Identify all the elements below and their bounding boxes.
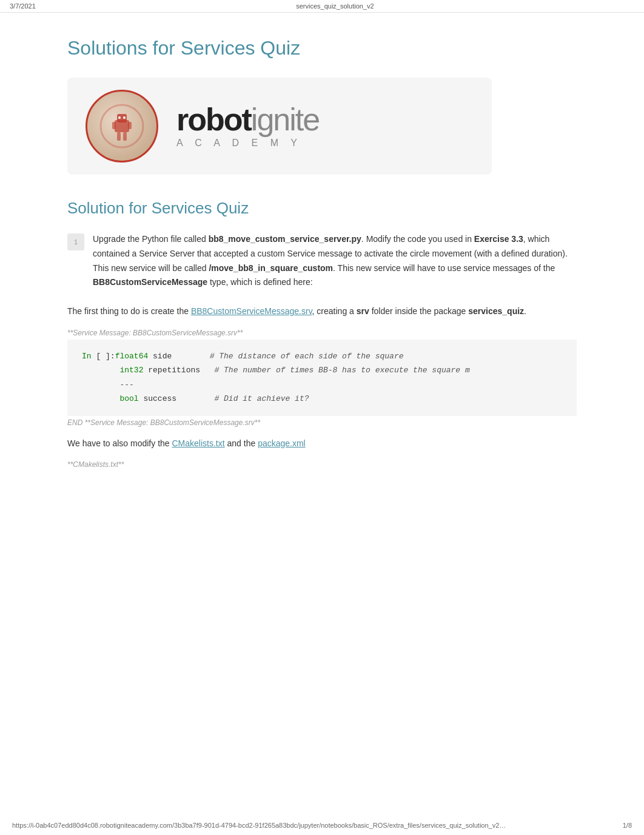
footer: https://i-0ab4c07edd80d4c08.robotignitea… — [0, 822, 644, 829]
bold-message-type: BB8CustomServiceMessage — [93, 277, 207, 287]
numbered-item-1: 1 Upgrade the Python file called bb8_mov… — [67, 232, 577, 290]
link-srv-file[interactable]: BB8CustomServiceMessage.srv — [191, 306, 312, 316]
logo-text: robotignite A C A D E M Y — [176, 104, 319, 149]
robot-icon — [98, 102, 146, 150]
bold-service-name: /move_bb8_in_square_custom — [209, 263, 333, 273]
link-cmakelists[interactable]: CMakelists.txt — [172, 438, 225, 448]
page-title: Solutions for Services Quiz — [67, 37, 577, 59]
logo-brand-name: robotignite — [176, 104, 319, 135]
svg-rect-6 — [128, 122, 132, 129]
cmakelists-label: **CMakelists.txt** — [67, 460, 577, 469]
section-title: Solution for Services Quiz — [67, 199, 577, 218]
logo-ignite-part: ignite — [251, 102, 319, 137]
logo-container: robotignite A C A D E M Y — [67, 78, 492, 175]
item-text-1: Upgrade the Python file called bb8_move_… — [93, 232, 577, 290]
bold-srv: srv — [357, 306, 369, 316]
svg-point-4 — [123, 116, 126, 119]
bold-services-quiz: services_quiz — [468, 306, 524, 316]
footer-page-number: 1/8 — [623, 822, 632, 829]
code-line-3: --- — [82, 378, 562, 392]
bold-exercise: Exercise 3.3 — [474, 234, 523, 244]
logo-academy-text: A C A D E M Y — [176, 138, 319, 149]
paragraph-cmakelists: We have to also modify the CMakelists.tx… — [67, 437, 577, 451]
bold-filename: bb8_move_custom_service_server.py — [209, 234, 361, 244]
code-line-1: In [ ]:float64 side # The distance of ea… — [82, 349, 562, 363]
browser-page-title: services_quiz_solution_v2 — [296, 2, 374, 10]
svg-rect-8 — [123, 132, 127, 141]
svg-point-3 — [118, 116, 121, 119]
robot-logo-circle — [86, 90, 158, 163]
code-line-2: int32 repetitions # The number of times … — [82, 363, 562, 377]
code-start-label: **Service Message: BB8CustomServiceMessa… — [67, 329, 577, 337]
footer-url: https://i-0ab4c07edd80d4c08.robotignitea… — [12, 822, 506, 829]
svg-rect-7 — [117, 132, 121, 141]
code-end-label: END **Service Message: BB8CustomServiceM… — [67, 418, 577, 427]
svg-rect-5 — [112, 122, 116, 129]
link-package-xml[interactable]: package.xml — [258, 438, 306, 448]
browser-date: 3/7/2021 — [10, 2, 36, 10]
number-badge-1: 1 — [67, 233, 84, 250]
logo-robot-part: robot — [176, 102, 251, 137]
code-block-service-message: In [ ]:float64 side # The distance of ea… — [67, 340, 577, 416]
browser-bar: 3/7/2021 services_quiz_solution_v2 — [0, 0, 644, 13]
paragraph-first-thing: The first thing to do is create the BB8C… — [67, 304, 577, 319]
code-line-4: bool success # Did it achieve it? — [82, 392, 562, 406]
page-content: Solutions for Services Quiz robotignite — [31, 13, 613, 517]
